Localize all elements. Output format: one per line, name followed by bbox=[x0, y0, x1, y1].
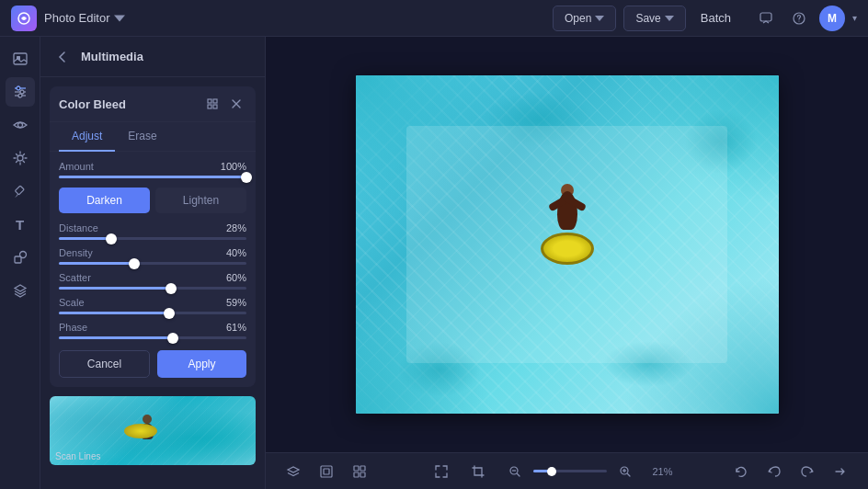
zoom-slider[interactable] bbox=[533, 470, 607, 472]
back-button[interactable] bbox=[51, 46, 74, 68]
scale-slider[interactable] bbox=[59, 312, 246, 314]
filter-panel-header: Color Bleed bbox=[50, 86, 256, 122]
phase-value: 61% bbox=[226, 322, 246, 333]
topbar: Photo Editor Open Save Batch M ▾ bbox=[0, 0, 868, 37]
panel-title: Multimedia bbox=[81, 50, 143, 63]
person-figure bbox=[540, 191, 595, 265]
scatter-slider[interactable] bbox=[59, 287, 246, 290]
iconbar-brush[interactable] bbox=[6, 176, 35, 206]
main-area: T Multimedia bbox=[0, 37, 868, 489]
thumbnail-section: Scan Lines bbox=[50, 396, 256, 480]
zoom-out-icon[interactable] bbox=[502, 459, 528, 484]
save-label: Save bbox=[635, 12, 660, 25]
darken-button[interactable]: Darken bbox=[59, 188, 150, 213]
iconbar-eye[interactable] bbox=[6, 110, 35, 140]
svg-rect-26 bbox=[360, 472, 365, 477]
density-value: 40% bbox=[226, 247, 246, 258]
app-logo[interactable] bbox=[11, 6, 37, 31]
distance-value: 28% bbox=[226, 222, 246, 233]
bottom-toolbar: 21% bbox=[266, 452, 868, 489]
iconbar-text[interactable]: T bbox=[6, 210, 35, 239]
cancel-button[interactable]: Cancel bbox=[59, 350, 150, 378]
iconbar-layers[interactable] bbox=[6, 276, 35, 305]
svg-rect-18 bbox=[213, 99, 217, 103]
svg-point-11 bbox=[18, 94, 22, 97]
action-buttons: Cancel Apply bbox=[59, 350, 246, 378]
undo-icon[interactable] bbox=[761, 459, 787, 484]
zoom-in-icon[interactable] bbox=[612, 459, 638, 484]
filter-expand-icon[interactable] bbox=[202, 94, 223, 114]
scale-value: 59% bbox=[226, 297, 246, 308]
iconbar-media[interactable] bbox=[6, 44, 35, 74]
phase-slider[interactable] bbox=[59, 336, 246, 339]
save-button[interactable]: Save bbox=[623, 6, 685, 31]
open-button[interactable]: Open bbox=[553, 6, 616, 31]
svg-rect-1 bbox=[760, 13, 771, 21]
svg-point-3 bbox=[798, 20, 799, 21]
svg-rect-17 bbox=[208, 99, 211, 103]
user-avatar[interactable]: M bbox=[819, 6, 845, 31]
scale-label: Scale bbox=[59, 297, 85, 308]
fit-screen-icon[interactable] bbox=[428, 459, 454, 484]
density-label: Density bbox=[59, 247, 93, 258]
phase-label: Phase bbox=[59, 322, 87, 333]
bottom-right-tools bbox=[728, 459, 853, 484]
icon-bar: T bbox=[0, 37, 40, 489]
svg-point-7 bbox=[17, 86, 20, 90]
avatar-chevron[interactable]: ▾ bbox=[852, 13, 857, 23]
panel-header: Multimedia bbox=[40, 37, 265, 77]
amount-slider[interactable] bbox=[59, 176, 246, 178]
thumbnail-label: Scan Lines bbox=[55, 451, 100, 461]
app-name-label: Photo Editor bbox=[44, 11, 110, 25]
left-panel: Multimedia Color Bleed bbox=[40, 37, 266, 489]
layers-icon[interactable] bbox=[280, 459, 306, 484]
svg-point-13 bbox=[17, 155, 23, 161]
svg-point-9 bbox=[20, 90, 24, 94]
distance-label: Distance bbox=[59, 222, 98, 233]
forward-icon[interactable] bbox=[828, 459, 853, 484]
svg-rect-23 bbox=[354, 466, 359, 471]
redo-icon[interactable] bbox=[794, 459, 820, 484]
filter-panel: Color Bleed Adjust bbox=[50, 86, 256, 387]
filter-panel-title: Color Bleed bbox=[59, 97, 199, 111]
iconbar-shapes[interactable] bbox=[6, 243, 35, 272]
zoom-controls: 21% bbox=[428, 459, 673, 484]
amount-label: Amount bbox=[59, 161, 94, 172]
mode-toggle: Darken Lighten bbox=[59, 188, 246, 213]
reset-icon[interactable] bbox=[728, 459, 754, 484]
distance-slider[interactable] bbox=[59, 237, 246, 240]
svg-point-16 bbox=[19, 252, 26, 258]
iconbar-effects[interactable] bbox=[6, 143, 35, 173]
svg-rect-25 bbox=[354, 472, 359, 477]
transform-icon[interactable] bbox=[314, 459, 339, 484]
tab-adjust[interactable]: Adjust bbox=[59, 122, 115, 152]
svg-rect-14 bbox=[15, 186, 24, 195]
batch-button[interactable]: Batch bbox=[693, 11, 738, 25]
density-slider[interactable] bbox=[59, 262, 246, 265]
amount-control: Amount 100% bbox=[59, 161, 246, 178]
svg-rect-22 bbox=[324, 469, 329, 474]
distance-control: Distance 28% bbox=[59, 222, 246, 240]
phase-control: Phase 61% bbox=[59, 322, 246, 339]
amount-value: 100% bbox=[221, 161, 246, 172]
lighten-button[interactable]: Lighten bbox=[155, 188, 246, 213]
thumbnail-preview[interactable]: Scan Lines bbox=[50, 396, 256, 465]
canvas-area: 21% bbox=[266, 37, 868, 489]
grid-icon[interactable] bbox=[347, 459, 372, 484]
messages-icon[interactable] bbox=[753, 6, 779, 31]
svg-rect-15 bbox=[15, 256, 21, 263]
help-icon[interactable] bbox=[786, 6, 812, 31]
svg-rect-20 bbox=[213, 105, 217, 108]
open-label: Open bbox=[565, 12, 591, 25]
scatter-value: 60% bbox=[226, 272, 246, 283]
bottom-left-tools bbox=[280, 459, 372, 484]
filter-close-icon[interactable] bbox=[226, 94, 246, 114]
iconbar-adjustments[interactable] bbox=[6, 77, 35, 107]
filter-controls: Amount 100% Darken Lighten Dis bbox=[50, 152, 256, 387]
app-name-button[interactable]: Photo Editor bbox=[44, 11, 125, 25]
apply-button[interactable]: Apply bbox=[157, 350, 246, 378]
density-control: Density 40% bbox=[59, 247, 246, 265]
crop-icon[interactable] bbox=[465, 459, 491, 484]
svg-rect-19 bbox=[208, 105, 211, 108]
tab-erase[interactable]: Erase bbox=[115, 122, 169, 152]
